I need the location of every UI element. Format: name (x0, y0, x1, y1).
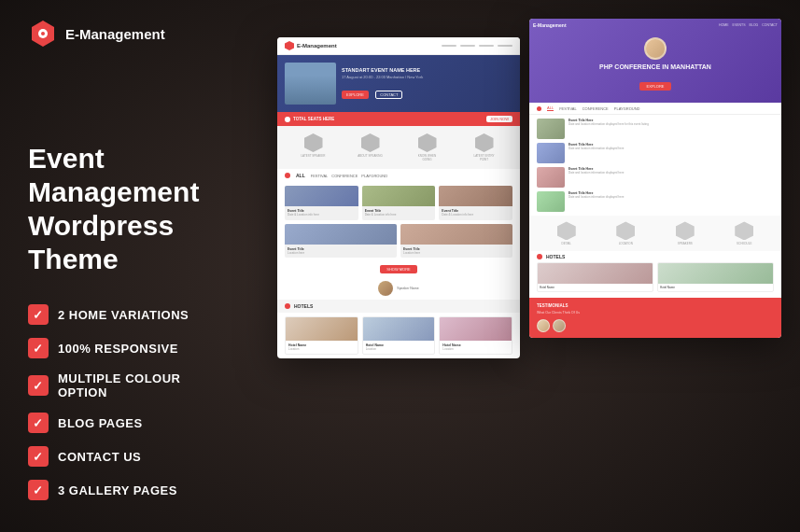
mock-hotel-text-1: Location (288, 347, 355, 351)
mock-card2-img-2 (400, 224, 512, 245)
mock-right-nav: HOME EVENTS BLOG CONTACT (719, 23, 778, 27)
feature-item-6: 3 GALLERY PAGES (28, 480, 233, 500)
mock-right-list-item-3: Event Title Here Date and location infor… (537, 167, 774, 188)
mock-right-list-content-2: Event Title Here Date and location infor… (568, 143, 774, 163)
mock-nav-item-4 (498, 45, 512, 47)
mock-right-title: PHP CONFERENCE IN MANHATTAN (537, 63, 774, 71)
mock-right-list-content-3: Event Title Here Date and location infor… (568, 167, 774, 188)
mock-right-header-nav: E-Management HOME EVENTS BLOG CONTACT (533, 22, 778, 28)
mock-logo-left: E-Management (285, 41, 337, 50)
mock-profile-text: Speaker Name (397, 287, 418, 290)
check-icon-1 (28, 304, 49, 325)
mock-hotels-title: HOTELS (294, 303, 313, 309)
mock-right-list-item-2: Event Title Here Date and location infor… (537, 143, 774, 163)
mock-icon-label-3: KNOW WHEN GOING (414, 154, 442, 161)
mock-card-body-1: Event Title Date & Location info here (285, 206, 358, 220)
feature-label-4: BLOG PAGES (58, 416, 143, 430)
mock-hero-text: STANDART EVENT NAME HERE 17 August at 20… (342, 67, 512, 100)
mock-right-tab-playground: PLAYGROUND (614, 106, 640, 111)
mock-hex-icon-2 (361, 133, 380, 152)
mock-icon-4: LATEST ENTRY POINT (470, 133, 498, 161)
mock-right-icon-3: SPEAKERS (671, 221, 699, 245)
mock-right-tab-festival: FESTIVAL (559, 106, 577, 111)
feature-label-6: 3 GALLERY PAGES (58, 483, 177, 497)
mock-explore-btn: EXPLORE (342, 91, 369, 99)
mock-card-text-1: Date & Location info here (288, 214, 356, 217)
mock-tag-2: CONFERENCE (331, 174, 358, 178)
mock-card2-2: Event Title Location here (400, 224, 512, 258)
mock-card2-body-2: Event Title Location here (400, 245, 512, 258)
mock-avatar (378, 281, 393, 296)
mock-right-icon-1: DETAIL (553, 221, 581, 245)
mock-hero-image-inner (285, 63, 336, 105)
mock-hotel-text-2: Location (366, 347, 432, 351)
preview-left: E-Management STANDART EVENT NAME HERE 17… (277, 37, 520, 358)
check-icon-3 (28, 375, 49, 396)
mock-icon-label-2: ABOUT SPEAKING (357, 154, 385, 158)
mock-cards-row-2: Event Title Location here Event Title Lo… (277, 224, 520, 261)
logo-icon (28, 19, 58, 49)
mock-right-test-av-1 (537, 319, 550, 332)
mock-right-list: Event Title Here Date and location infor… (529, 115, 781, 216)
mock-right-avatar (644, 37, 667, 60)
mock-hotels-cards: Hotel Name Location Hotel Name Location … (277, 313, 520, 358)
mock-right-icon-label-3: SPEAKERS (671, 242, 699, 245)
mock-right-list-img-3 (537, 167, 565, 188)
mock-icon-1: LATEST SPEAKER (300, 133, 328, 161)
mock-hex-icon-4 (475, 133, 494, 152)
mock-right-nav-1: HOME (719, 23, 729, 27)
mock-right-hotels-header: HOTELS (537, 254, 774, 259)
mock-right-header: E-Management HOME EVENTS BLOG CONTACT PH… (529, 19, 781, 103)
mock-card-body-3: Event Title Date & Location info here (439, 206, 512, 220)
mock-right-nav-3: BLOG (750, 23, 759, 27)
mock-right-icon-4: SCHEDULE (730, 221, 758, 245)
mock-hotel-img-3 (440, 317, 512, 341)
mock-nav-item-3 (479, 45, 494, 47)
mock-right-list-text-1: Date and location information displayed … (568, 123, 774, 127)
mock-logo-text-left: E-Management (297, 43, 337, 49)
mock-hero-image (285, 63, 336, 105)
mock-nav-item-2 (460, 45, 475, 47)
mock-card-img-2 (362, 186, 436, 206)
check-icon-4 (28, 413, 49, 433)
mock-contact-btn: CONTACT (375, 91, 402, 99)
mock-card2-text-1: Location here (288, 251, 394, 255)
mock-right-hex-4 (735, 221, 753, 240)
mock-card2-1: Event Title Location here (285, 224, 397, 258)
mock-right-list-item-1: Event Title Here Date and location infor… (537, 119, 774, 139)
mock-hero-left: STANDART EVENT NAME HERE 17 August at 20… (277, 55, 520, 112)
mock-hotel-body-2: Hotel Name Location (363, 341, 435, 354)
mock-right-icon-label-2: LOCATION (611, 242, 639, 245)
feature-label-2: 100% RESPONSIVE (58, 342, 178, 356)
logo-text: E-Management (65, 26, 165, 42)
mock-card-body-2: Event Title Date & Location info here (362, 206, 436, 220)
mock-right-test-av-2 (553, 319, 566, 332)
mock-right-list-img-1 (537, 119, 565, 139)
features-list: 2 HOME VARIATIONS 100% RESPONSIVE MULTIP… (28, 304, 233, 500)
mock-right-hotel-title-2: Hotel Name (660, 286, 771, 289)
mock-cards-row-1: Event Title Date & Location info here Ev… (277, 182, 520, 224)
feature-item-2: 100% RESPONSIVE (28, 338, 233, 358)
mock-right-list-text-2: Date and location information displayed … (568, 147, 774, 151)
mock-hotel-body-1: Hotel Name Location (286, 341, 358, 354)
mock-card-img-3 (439, 186, 512, 206)
check-icon-2 (28, 338, 49, 358)
mock-tag-1: FESTIVAL (311, 174, 329, 178)
mock-tags: FESTIVAL CONFERENCE PLAYGROUND (311, 174, 387, 178)
mock-right-tab-all: ALL (547, 105, 554, 111)
mock-nav-item-1 (442, 45, 456, 47)
mock-hotel-img-2 (363, 317, 435, 341)
mock-card2-text-2: Location here (403, 251, 510, 255)
mock-hotel-card-3: Hotel Name Location (439, 316, 512, 355)
mock-hero-sub: 17 August at 20:00 - 22:00 Manhattan / N… (342, 75, 512, 79)
mock-right-list-content-4: Event Title Here Date and location infor… (568, 191, 774, 212)
mock-right-list-img-2 (537, 143, 565, 163)
mock-right-icon-label-4: SCHEDULE (730, 242, 758, 245)
mock-right-icons: DETAIL LOCATION SPEAKERS SCHEDULE (529, 216, 781, 251)
mock-hotels-header: HOTELS (277, 300, 520, 313)
mock-right-icon-label-1: DETAIL (553, 242, 581, 245)
mock-join-btn: JOIN NOW (486, 116, 512, 122)
mock-icon-2: ABOUT SPEAKING (357, 133, 385, 161)
mock-more-btn: SHOW MORE (380, 265, 417, 273)
mock-section-dot (285, 173, 290, 178)
